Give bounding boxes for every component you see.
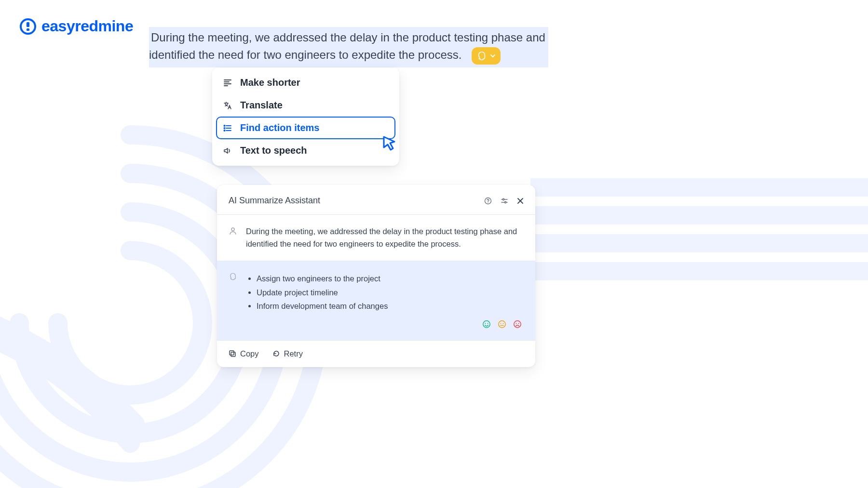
svg-point-16 (502, 198, 504, 200)
svg-point-12 (224, 130, 225, 131)
chevron-down-icon (490, 53, 496, 59)
list-item: Update project timeline (257, 287, 388, 299)
menu-item-translate[interactable]: Translate (216, 94, 395, 117)
svg-point-18 (504, 201, 506, 203)
retry-button[interactable]: Retry (272, 349, 303, 358)
ai-actions-menu: Make shorter Translate Find action items (212, 67, 399, 166)
svg-point-14 (488, 202, 488, 203)
menu-label: Translate (240, 100, 283, 111)
svg-point-22 (483, 321, 490, 328)
feedback-row (229, 320, 524, 330)
retry-label: Retry (284, 349, 303, 358)
ai-response-row: Assign two engineers to the project Upda… (217, 261, 535, 340)
svg-rect-32 (231, 352, 235, 356)
svg-point-30 (516, 323, 517, 324)
svg-point-31 (518, 323, 519, 324)
svg-point-29 (514, 321, 521, 328)
svg-point-8 (224, 125, 225, 126)
user-message-row: During the meeting, we addressed the del… (217, 215, 535, 261)
cursor-pointer-icon (381, 135, 399, 153)
feedback-sad-icon[interactable] (513, 320, 522, 329)
copy-label: Copy (240, 349, 259, 358)
svg-point-23 (485, 323, 486, 324)
menu-item-make-shorter[interactable]: Make shorter (216, 71, 395, 94)
shorten-icon (223, 78, 232, 88)
list-action-icon (223, 123, 232, 133)
menu-label: Text to speech (240, 145, 307, 156)
help-icon[interactable] (484, 197, 492, 205)
translate-icon (223, 101, 232, 110)
menu-label: Find action items (240, 122, 319, 133)
settings-icon[interactable] (501, 197, 508, 205)
copy-icon (229, 350, 236, 357)
ai-suggestions-button[interactable] (472, 47, 501, 65)
logo-text: easyredmine (41, 17, 133, 35)
speaker-icon (223, 146, 232, 156)
menu-label: Make shorter (240, 77, 300, 88)
feedback-neutral-icon[interactable] (498, 320, 506, 329)
close-icon[interactable] (517, 198, 524, 204)
user-message-text: During the meeting, we addressed the del… (246, 225, 524, 250)
decorative-stripes (530, 178, 868, 303)
retry-icon (272, 350, 280, 357)
svg-point-26 (501, 323, 502, 324)
user-icon (229, 226, 237, 235)
svg-point-24 (488, 323, 488, 324)
menu-item-find-action-items[interactable]: Find action items (216, 117, 395, 139)
selected-text[interactable]: During the meeting, we addressed the del… (149, 27, 548, 67)
ai-head-icon (476, 51, 487, 61)
ai-assistant-panel: AI Summarize Assistant (217, 185, 535, 367)
brand-logo: easyredmine (19, 17, 133, 35)
svg-point-25 (499, 321, 505, 328)
ai-response-list: Assign two engineers to the project Upda… (246, 271, 388, 314)
list-item: Inform development team of changes (257, 300, 388, 313)
feedback-happy-icon[interactable] (482, 320, 491, 329)
ai-head-icon (229, 272, 237, 281)
svg-rect-1 (27, 22, 29, 27)
panel-title: AI Summarize Assistant (229, 196, 320, 206)
menu-item-text-to-speech[interactable]: Text to speech (216, 139, 395, 162)
svg-point-27 (503, 323, 504, 324)
svg-rect-33 (230, 351, 234, 355)
copy-button[interactable]: Copy (229, 349, 259, 358)
svg-point-21 (231, 228, 234, 231)
logo-mark-icon (19, 18, 37, 35)
list-item: Assign two engineers to the project (257, 273, 388, 285)
svg-point-10 (224, 127, 225, 128)
svg-rect-2 (27, 28, 29, 31)
